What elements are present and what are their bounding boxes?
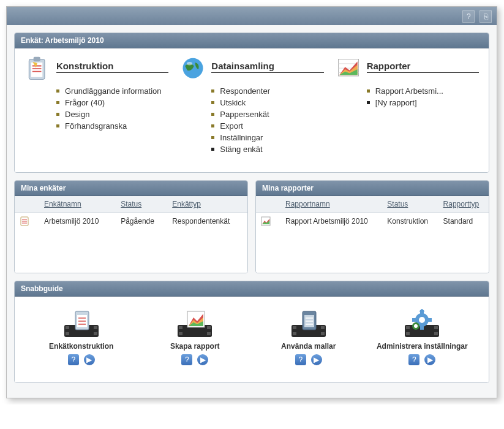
table-row[interactable]: Rapport Arbetsmiljö 2010 Konstruktion St…: [256, 213, 489, 230]
svg-rect-47: [434, 326, 438, 329]
main-content: Enkät: Arbetsmiljö 2010: [7, 25, 497, 398]
film-gear-icon: [404, 309, 440, 340]
my-surveys-header: Mina enkäter: [15, 181, 247, 196]
my-reports-panel: Mina rapporter Rapportnamn Status Rappor…: [255, 180, 489, 273]
my-reports-header: Mina rapporter: [256, 181, 489, 196]
quick-item-templates: Använda mallar ? ▶: [254, 309, 363, 365]
svg-point-6: [183, 58, 203, 78]
survey-panel: Enkät: Arbetsmiljö 2010: [14, 32, 489, 173]
clipboard-icon: [24, 56, 51, 83]
reports-table: Rapportnamn Status Rapporttyp: [256, 196, 489, 230]
svg-rect-37: [321, 326, 325, 329]
play-icon[interactable]: ▶: [84, 354, 95, 365]
reports-links: Rapport Arbetsmi... [Ny rapport]: [367, 85, 479, 108]
col-icon: [15, 196, 39, 213]
col-survey-status[interactable]: Status: [116, 196, 167, 213]
cell-survey-name: Arbetsmiljö 2010: [39, 213, 116, 230]
quick-label[interactable]: Enkätkonstruktion: [27, 342, 136, 351]
section-datacollection: Datainsamling Respondenter Utskick Pappe…: [179, 56, 323, 155]
svg-rect-22: [94, 332, 97, 335]
top-bar: ? ⎘: [7, 7, 497, 25]
play-icon[interactable]: ▶: [197, 354, 208, 365]
my-surveys-panel: Mina enkäter Enkätnamn Status Enkättyp: [14, 180, 248, 273]
link-basic-info[interactable]: Grundläggande information: [56, 85, 168, 97]
surveys-table: Enkätnamn Status Enkättyp: [15, 196, 247, 230]
svg-rect-19: [66, 326, 69, 329]
quickguide-header: Snabbguide: [15, 281, 489, 297]
chart-icon: [335, 56, 362, 83]
svg-point-8: [187, 62, 192, 66]
link-settings[interactable]: Inställningar: [211, 132, 323, 143]
svg-rect-32: [207, 332, 211, 335]
svg-rect-36: [293, 332, 296, 335]
svg-rect-45: [406, 326, 410, 329]
link-report-arbetsmiljo[interactable]: Rapport Arbetsmi...: [367, 85, 479, 97]
svg-rect-35: [293, 326, 296, 329]
svg-point-55: [419, 317, 425, 323]
table-row[interactable]: Arbetsmiljö 2010 Pågående Respondentenkä…: [15, 213, 247, 230]
svg-rect-31: [207, 326, 211, 329]
construction-links: Grundläggande information Frågor (40) De…: [56, 85, 168, 132]
svg-rect-20: [66, 332, 69, 335]
col-icon: [256, 196, 280, 213]
link-questions[interactable]: Frågor (40): [56, 97, 168, 108]
col-survey-name[interactable]: Enkätnamn: [39, 196, 116, 213]
svg-rect-29: [179, 326, 182, 329]
cell-survey-status: Pågående: [116, 213, 167, 230]
svg-rect-2: [34, 57, 40, 61]
link-new-report[interactable]: [Ny rapport]: [367, 97, 479, 108]
help-icon[interactable]: ?: [295, 354, 306, 365]
help-icon[interactable]: ?: [462, 10, 475, 23]
section-heading: Rapporter: [367, 61, 479, 73]
link-dispatch[interactable]: Utskick: [211, 97, 323, 108]
globe-icon: [179, 56, 206, 83]
svg-rect-30: [179, 332, 182, 335]
col-report-name[interactable]: Rapportnamn: [280, 196, 382, 213]
section-heading: Datainsamling: [211, 61, 323, 73]
link-close-survey[interactable]: Stäng enkät: [211, 143, 323, 155]
quick-label[interactable]: Använda mallar: [254, 342, 363, 351]
play-icon[interactable]: ▶: [311, 354, 322, 365]
survey-row-icon: [20, 216, 29, 226]
logout-icon[interactable]: ⎘: [480, 10, 492, 23]
film-template-icon: [290, 309, 327, 340]
app-frame: ? ⎘ Enkät: Arbetsmiljö 2010: [6, 6, 497, 398]
help-icon[interactable]: ?: [408, 354, 419, 365]
cell-survey-type: Respondentenkät: [167, 213, 247, 230]
svg-point-57: [414, 324, 418, 328]
help-icon[interactable]: ?: [68, 354, 79, 365]
survey-panel-header: Enkät: Arbetsmiljö 2010: [15, 33, 489, 48]
section-reports: Rapporter Rapport Arbetsmi... [Ny rappor…: [335, 56, 479, 155]
svg-rect-48: [434, 332, 438, 335]
link-design[interactable]: Design: [56, 108, 168, 120]
svg-rect-52: [412, 318, 416, 322]
datacollection-links: Respondenter Utskick Pappersenkät Export…: [211, 85, 323, 155]
film-clipboard-icon: [63, 309, 100, 340]
help-icon[interactable]: ?: [181, 354, 192, 365]
svg-rect-53: [428, 318, 432, 322]
section-construction: Konstruktion Grundläggande information F…: [24, 56, 168, 155]
film-chart-icon: [176, 309, 213, 340]
col-survey-type[interactable]: Enkättyp: [167, 196, 247, 213]
quick-item-admin-settings: Administrera inställningar ? ▶: [367, 309, 476, 365]
link-preview[interactable]: Förhandsgranska: [56, 120, 168, 132]
svg-rect-51: [420, 326, 424, 330]
link-respondents[interactable]: Respondenter: [211, 85, 323, 97]
quick-item-construction: Enkätkonstruktion ? ▶: [27, 309, 136, 365]
quick-label[interactable]: Skapa rapport: [140, 342, 249, 351]
col-report-type[interactable]: Rapporttyp: [438, 196, 489, 213]
report-row-icon: [261, 216, 271, 226]
quick-label[interactable]: Administrera inställningar: [367, 342, 476, 351]
play-icon[interactable]: ▶: [424, 354, 435, 365]
section-heading: Konstruktion: [56, 61, 168, 73]
cell-report-status: Konstruktion: [382, 213, 438, 230]
link-export[interactable]: Export: [211, 120, 323, 132]
quickguide-panel: Snabbguide Enkä: [14, 281, 489, 383]
svg-rect-46: [406, 332, 410, 335]
svg-rect-21: [94, 326, 97, 329]
svg-rect-1: [31, 63, 42, 77]
link-paper-survey[interactable]: Pappersenkät: [211, 108, 323, 120]
col-report-status[interactable]: Status: [382, 196, 438, 213]
quick-item-create-report: Skapa rapport ? ▶: [140, 309, 249, 365]
svg-rect-38: [321, 332, 325, 335]
